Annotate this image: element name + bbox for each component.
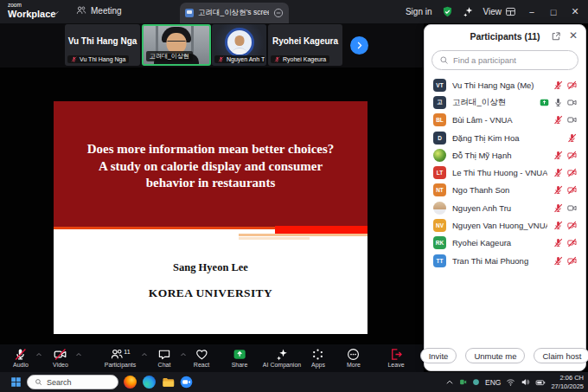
participants-panel-footer: Invite Unmute me Claim host [425, 341, 585, 370]
avatar: BL [433, 113, 446, 126]
chat-button[interactable]: Chat [158, 347, 171, 368]
leave-button[interactable]: Leave [387, 347, 404, 368]
start-button[interactable] [10, 376, 22, 388]
participant-row[interactable]: LTLe Thi Thu Huong - VNUA [425, 164, 585, 181]
slide-accent-bar [275, 226, 368, 234]
language-indicator[interactable]: ENG [485, 378, 501, 387]
search-icon [35, 378, 42, 386]
search-icon [439, 55, 449, 65]
firefox-icon[interactable] [124, 376, 137, 389]
zoom-workplace-logo: zoom Workplace [8, 3, 55, 19]
close-button[interactable]: ✕ [569, 6, 581, 17]
view-button[interactable]: View [483, 6, 517, 17]
edge-icon[interactable] [143, 376, 156, 389]
participant-search-input[interactable] [453, 55, 571, 65]
slide-author: Sang Hyeon Lee [54, 261, 368, 274]
apps-button[interactable]: Apps [311, 347, 325, 368]
audio-options-chevron[interactable] [35, 351, 42, 358]
video-button[interactable]: Video [53, 347, 68, 368]
participant-row[interactable]: TTTran Thi Mai Phuong [425, 252, 585, 269]
claim-host-button[interactable]: Claim host [534, 348, 588, 363]
popout-icon[interactable] [551, 31, 561, 42]
participant-status-icons [553, 80, 577, 90]
camera-off-icon [567, 80, 577, 90]
participant-status-icons [540, 98, 577, 107]
participant-row[interactable]: 고고려대_이상현 [425, 93, 585, 111]
clock[interactable]: 2:06 CH 27/10/2025 [551, 374, 584, 390]
chat-options-chevron[interactable] [180, 351, 187, 358]
battery-icon[interactable] [535, 377, 546, 388]
participant-status-icons [567, 133, 577, 143]
participant-row[interactable]: BLBùi Lâm - VNUA [425, 112, 585, 129]
ai-sparkle-icon[interactable] [463, 6, 474, 17]
video-options-chevron[interactable] [75, 351, 82, 358]
shared-screen-tab-label: 고려대_이상현's screen [198, 8, 269, 18]
tray-icon-2[interactable] [472, 378, 480, 386]
close-panel-icon[interactable]: ✕ [569, 29, 578, 42]
audio-button[interactable]: Audio [13, 347, 29, 368]
more-button[interactable]: More [347, 347, 361, 368]
participant-row[interactable]: NTNgo Thanh Son [425, 182, 585, 199]
sign-in-button[interactable]: Sign in [406, 7, 432, 16]
participants-options-chevron[interactable] [141, 351, 148, 358]
participant-status-icons [553, 238, 577, 247]
mic-off-icon [553, 203, 563, 213]
screen-tab-icon [185, 9, 194, 17]
invite-button[interactable]: Invite [420, 348, 457, 363]
participants-button[interactable]: 11 Participants [105, 347, 137, 368]
participant-row[interactable]: NVNguyen Van Huong_VNUA [425, 216, 585, 234]
participant-row[interactable]: VTVu Thi Hang Nga (Me) [425, 76, 585, 93]
avatar [433, 149, 446, 162]
participant-row[interactable]: Nguyen Anh Tru [425, 199, 585, 216]
tray-icon-1[interactable] [459, 378, 467, 386]
camera-off-icon [567, 238, 577, 247]
volume-icon[interactable] [521, 377, 530, 387]
tab-meeting[interactable]: Meeting [76, 5, 122, 16]
participants-count: 11 [124, 349, 130, 355]
logo-zoom-text: zoom [8, 3, 55, 9]
taskbar-search[interactable]: Search [27, 375, 118, 389]
avatar: TT [433, 254, 446, 267]
participant-row[interactable]: Đỗ Thị Mỹ Hạnh [425, 146, 585, 164]
slide-title-line: A study on calorie display and consumer [54, 158, 368, 176]
participant-name: Nguyen Van Huong_VNUA [452, 221, 547, 230]
participant-search[interactable] [431, 50, 578, 70]
video-tile-nguyen-anh-tru[interactable]: Nguyen Anh Tru [212, 24, 266, 66]
maximize-button[interactable]: □ [547, 7, 559, 17]
file-explorer-icon[interactable] [162, 376, 175, 389]
zoom-app-icon[interactable] [180, 376, 193, 389]
participants-panel-title: Participants (11) [425, 31, 585, 42]
chevron-down-icon[interactable] [52, 9, 60, 16]
video-tile-ryohei-kageura[interactable]: Ryohei Kageura Ryohei Kageura [268, 24, 342, 66]
mic-icon [553, 98, 563, 107]
participant-status-icons [553, 151, 577, 160]
avatar: LT [433, 166, 446, 179]
share-button[interactable]: Share [232, 347, 248, 368]
video-tile-active-speaker[interactable]: 고려대_이상현 [142, 24, 211, 66]
unmute-me-button[interactable]: Unmute me [465, 348, 525, 363]
ai-companion-button[interactable]: AI Companion [263, 347, 301, 368]
participants-panel: Participants (11) ✕ VTVu Thi Hang Nga (M… [424, 24, 586, 371]
react-button[interactable]: React [194, 347, 209, 368]
more-label: More [347, 362, 361, 368]
minimize-button[interactable]: − [526, 7, 538, 17]
participant-row[interactable]: DĐặng Thị Kim Hoa [425, 129, 585, 146]
avatar [433, 202, 446, 215]
participant-status-icons [553, 221, 577, 230]
tab-shared-screen[interactable]: 고려대_이상현's screen [180, 3, 289, 23]
mic-off-icon [553, 115, 563, 125]
tile-display-name: Ryohei Kageura [268, 36, 342, 46]
avatar: 고 [433, 96, 446, 109]
video-tile-vu-thi-hang-nga[interactable]: Vu Thi Hang Nga Vu Thi Hang Nga [65, 24, 140, 66]
mic-off-icon [553, 168, 563, 177]
avatar: VT [433, 79, 446, 92]
meeting-toolbar: Audio Video 11 Participants Chat React S… [0, 344, 424, 372]
wifi-icon[interactable] [506, 377, 515, 387]
hidden-icons-chevron[interactable] [445, 378, 454, 387]
ai-companion-label: AI Companion [263, 362, 301, 368]
participant-status-icons [553, 256, 577, 266]
next-participants-button[interactable] [350, 36, 368, 55]
remove-tab-icon[interactable] [273, 8, 284, 18]
participant-row[interactable]: RKRyohei Kageura [425, 235, 585, 252]
security-shield-icon[interactable] [442, 6, 453, 17]
